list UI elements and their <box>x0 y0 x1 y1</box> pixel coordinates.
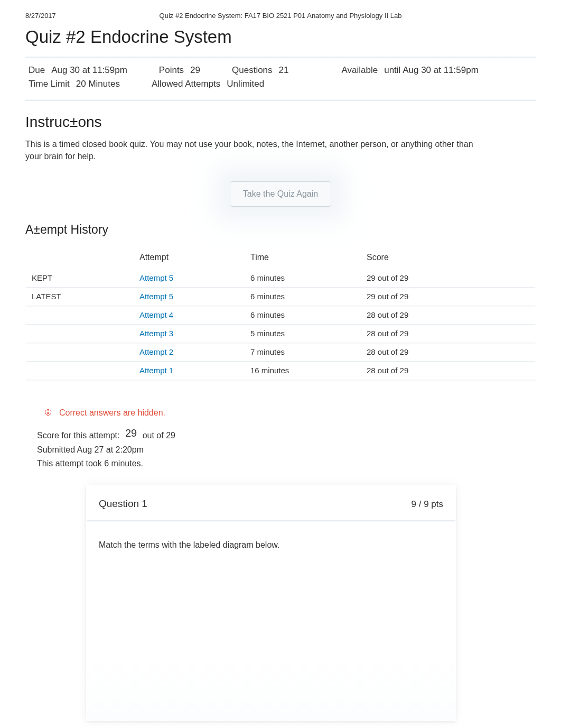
quiz-meta-block: Due Aug 30 at 11:59pm Points 29 Question… <box>25 57 536 101</box>
take-quiz-again-button[interactable]: Take the Quiz Again <box>230 181 331 207</box>
row-score: 29 out of 29 <box>363 269 536 287</box>
instructions-text: This is a timed closed book quiz. You ma… <box>25 138 485 162</box>
attempt-link[interactable]: Attempt 5 <box>139 273 173 282</box>
table-header-score: Score <box>363 247 536 269</box>
time-limit-value: 20 Minutes <box>76 79 120 89</box>
quiz-title: Quiz #2 Endocrine System <box>25 27 536 47</box>
points-label: Points <box>159 65 184 76</box>
available-label: Available <box>342 65 378 76</box>
attempt-link[interactable]: Attempt 5 <box>139 292 173 301</box>
row-time: 6 minutes <box>247 269 363 287</box>
question-prompt: Match the terms with the labeled diagram… <box>99 540 443 550</box>
table-row: LATEST Attempt 5 6 minutes 29 out of 29 <box>25 287 536 306</box>
table-header-time: Time <box>247 247 363 269</box>
correct-answers-banner: 🛈 Correct answers are hidden. <box>25 408 536 418</box>
banner-text: Correct answers are hidden. <box>59 408 165 418</box>
row-time: 16 minutes <box>247 361 363 380</box>
print-date: 8/27/2017 <box>25 12 56 20</box>
row-score: 28 out of 29 <box>363 324 536 343</box>
allowed-attempts-label: Allowed Attempts <box>152 79 220 89</box>
row-tag: KEPT <box>25 269 136 287</box>
question-card: Question 1 9 / 9 pts Match the terms wit… <box>86 485 456 721</box>
info-icon: 🛈 <box>44 409 52 417</box>
row-tag <box>25 324 136 343</box>
table-row: Attempt 3 5 minutes 28 out of 29 <box>25 324 536 343</box>
table-header-attempt: Attempt <box>136 247 247 269</box>
row-score: 29 out of 29 <box>363 287 536 306</box>
row-tag <box>25 306 136 324</box>
score-suffix: out of 29 <box>143 431 175 440</box>
allowed-attempts-value: Unlimited <box>227 79 264 89</box>
due-value: Aug 30 at 11:59pm <box>51 65 127 76</box>
table-row: Attempt 4 6 minutes 28 out of 29 <box>25 306 536 324</box>
attempt-link[interactable]: Attempt 2 <box>139 347 173 356</box>
row-score: 28 out of 29 <box>363 361 536 380</box>
questions-value: 21 <box>279 65 289 76</box>
row-score: 28 out of 29 <box>363 343 536 361</box>
row-tag <box>25 343 136 361</box>
submitted-time: Submitted Aug 27 at 2:20pm <box>37 443 536 457</box>
attempt-link[interactable]: Attempt 4 <box>139 310 173 319</box>
score-value: 29 <box>122 425 140 441</box>
time-limit-label: Time Limit <box>29 79 70 89</box>
attempt-link[interactable]: Attempt 3 <box>139 329 173 338</box>
table-row: KEPT Attempt 5 6 minutes 29 out of 29 <box>25 269 536 287</box>
row-tag: LATEST <box>25 287 136 306</box>
attempt-duration: This attempt took 6 minutes. <box>37 457 536 471</box>
row-time: 5 minutes <box>247 324 363 343</box>
points-value: 29 <box>190 65 200 76</box>
score-prefix: Score for this attempt: <box>37 431 120 440</box>
print-title: Quiz #2 Endocrine System: FA17 BIO 2521 … <box>160 12 402 20</box>
attempt-link[interactable]: Attempt 1 <box>139 366 173 375</box>
question-label: Question 1 <box>99 498 147 510</box>
row-score: 28 out of 29 <box>363 306 536 324</box>
due-label: Due <box>29 65 45 76</box>
attempt-history-heading: A±empt History <box>25 223 536 237</box>
row-tag <box>25 361 136 380</box>
attempt-history-table: Attempt Time Score KEPT Attempt 5 6 minu… <box>25 247 536 380</box>
table-row: Attempt 2 7 minutes 28 out of 29 <box>25 343 536 361</box>
row-time: 6 minutes <box>247 306 363 324</box>
row-time: 6 minutes <box>247 287 363 306</box>
table-header-tag <box>25 247 136 269</box>
row-time: 7 minutes <box>247 343 363 361</box>
table-row: Attempt 1 16 minutes 28 out of 29 <box>25 361 536 380</box>
instructions-heading: Instruc±ons <box>25 114 536 131</box>
question-points: 9 / 9 pts <box>412 499 443 510</box>
questions-label: Questions <box>232 65 273 76</box>
available-value: until Aug 30 at 11:59pm <box>384 65 479 76</box>
